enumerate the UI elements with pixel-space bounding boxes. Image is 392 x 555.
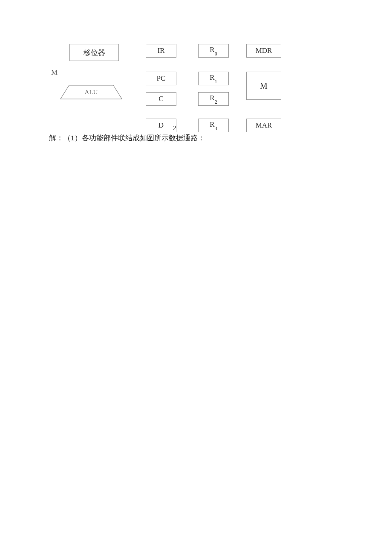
shifter-label: 移位器: [84, 48, 105, 58]
r0-box: R0: [198, 44, 229, 58]
alu-label: ALU: [60, 84, 123, 100]
r0-label: R0: [210, 46, 217, 55]
r3-box: R3: [198, 119, 229, 132]
mdr-label: MDR: [256, 46, 272, 55]
d-box: D: [146, 119, 176, 132]
d-subscript: 2: [173, 125, 176, 132]
mdr-box: MDR: [246, 44, 281, 58]
pc-box: PC: [146, 72, 176, 85]
ir-label: IR: [158, 46, 165, 55]
memory-label: M: [260, 81, 268, 91]
r3-label: R3: [210, 120, 217, 130]
alu-block: ALU: [60, 84, 123, 100]
memory-box: M: [246, 72, 281, 100]
r1-box: R1: [198, 72, 229, 85]
c-label: C: [159, 95, 163, 103]
d-label: D: [159, 121, 164, 130]
mar-box: MAR: [246, 119, 281, 132]
ir-box: IR: [146, 44, 176, 58]
r2-label: R2: [210, 94, 217, 104]
m-label: M: [51, 68, 58, 77]
answer-text: 解：（1）各功能部件联结成如图所示数据通路：: [49, 133, 205, 143]
r2-box: R2: [198, 92, 229, 106]
c-box: C: [146, 92, 176, 106]
shifter-box: 移位器: [69, 44, 119, 61]
mar-label: MAR: [256, 121, 272, 130]
pc-label: PC: [157, 74, 166, 83]
r1-label: R1: [210, 73, 217, 83]
